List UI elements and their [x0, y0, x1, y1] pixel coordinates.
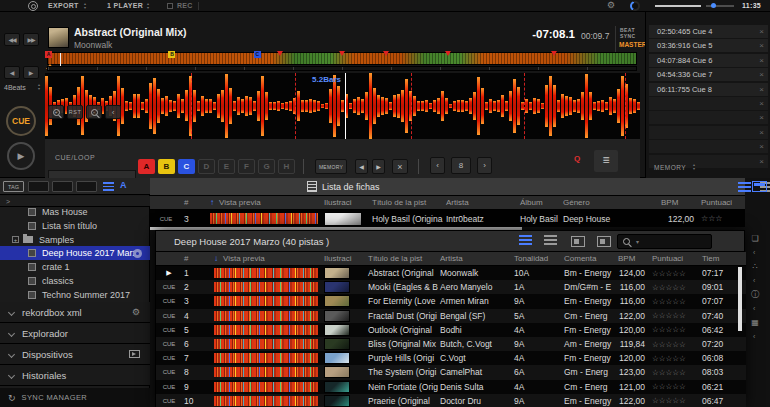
hot-cue-button-A[interactable]: A	[138, 159, 155, 174]
col-number[interactable]: #	[182, 254, 212, 263]
sidebar-section-rekordbox-xml[interactable]: rekordbox xml⚙	[0, 302, 150, 323]
zoom-in-button[interactable]: +	[48, 105, 64, 119]
sidebar-item-classics[interactable]: classics	[0, 274, 150, 288]
beat-jump-forward-button[interactable]: ▶	[23, 66, 39, 79]
track-next-button[interactable]: ▶▶	[23, 33, 39, 46]
col-rating[interactable]: Puntuaci	[699, 198, 743, 207]
memory-cue-row[interactable]: 04:54:336 Cue 7×	[649, 68, 768, 81]
search-input[interactable]: ▾	[617, 234, 712, 249]
tag-filter-button[interactable]: TAG	[3, 181, 24, 192]
memory-next-button[interactable]: ▶	[372, 159, 385, 174]
col-key[interactable]: Tonalidad	[512, 254, 562, 263]
col-time[interactable]: Tiem	[700, 254, 736, 263]
cue-badge[interactable]: CUE	[156, 298, 182, 304]
track-rating[interactable]: ☆☆☆☆☆	[650, 354, 700, 363]
artwork-panel-icon[interactable]: ▦	[750, 318, 760, 328]
sidebar-section-dispositivos[interactable]: Dispositivos	[0, 344, 150, 365]
zoom-out-button[interactable]: -	[86, 105, 102, 119]
track-row[interactable]: CUE7Purple Hills (OrigiC.Vogt4AFm - Ener…	[156, 351, 746, 365]
track-rating[interactable]: ☆☆☆☆☆	[650, 382, 700, 391]
track-row[interactable]: CUE2Mooki (Eagles & BAero Manyelo1ADm/G#…	[156, 280, 746, 294]
quantize-indicator[interactable]: Q	[574, 154, 580, 163]
delete-cue-icon[interactable]: ×	[759, 155, 764, 168]
memory-button[interactable]: MEMORY	[315, 159, 347, 174]
hot-cue-button-G[interactable]: G	[258, 159, 275, 174]
cue-badge[interactable]: CUE	[156, 313, 182, 319]
hot-cue-button-D[interactable]: D	[198, 159, 215, 174]
collapse-controls-button[interactable]: ‹	[105, 105, 121, 119]
mini-slider-handle[interactable]	[711, 3, 716, 8]
hot-cue-button-E[interactable]: E	[218, 159, 235, 174]
col-comment[interactable]: Comenta	[562, 254, 616, 263]
beat-jump-spinner-icon[interactable]: ▴▾	[36, 83, 42, 92]
beat-jump-back-button[interactable]: ◀	[4, 66, 20, 79]
sidebar-collapse-caret[interactable]: >	[0, 196, 150, 207]
track-overview-waveform[interactable]: ABC	[47, 52, 637, 65]
artwork-panel-expand-icon[interactable]: ‹	[753, 333, 755, 340]
track-rating[interactable]: ☆☆☆☆☆	[650, 311, 700, 320]
track-rating[interactable]: ☆☆☆	[699, 214, 743, 223]
track-row[interactable]: CUE8The System (OrigiCamelPhat6AGm - Ene…	[156, 365, 746, 379]
cue-badge[interactable]: CUE	[156, 369, 182, 375]
track-row[interactable]: CUE9Nein Fortiate (OrigDenis Sulta4ACm -…	[156, 380, 746, 394]
hot-cue-button-B[interactable]: B	[158, 159, 175, 174]
delete-cue-icon[interactable]: ×	[759, 111, 764, 124]
track-previous-button[interactable]: ◀◀	[4, 33, 20, 46]
delete-cue-icon[interactable]: ×	[759, 68, 764, 81]
list-view-toggle-icon[interactable]	[738, 182, 751, 192]
deck-menu-button[interactable]: ≡	[594, 150, 618, 172]
track-rating[interactable]: ☆☆☆☆☆	[650, 283, 700, 292]
playlist-list-view-icon[interactable]	[519, 235, 532, 245]
playlist-status-icon[interactable]	[133, 249, 142, 258]
col-artwork[interactable]: Ilustraci	[322, 198, 370, 207]
cue-badge[interactable]: CUE	[150, 216, 182, 222]
vertical-scrollbar[interactable]	[738, 267, 742, 331]
col-artwork[interactable]: Ilustraci	[322, 254, 366, 263]
memory-delete-button[interactable]: ×	[392, 159, 408, 174]
related-tracks-panel-icon[interactable]: ∴	[750, 262, 760, 272]
track-row[interactable]: CUE 3 Holy Basil (Origina Intr0beatz Hol…	[150, 210, 745, 227]
info-panel-icon[interactable]: ⓘ	[750, 290, 760, 300]
cue-badge[interactable]: CUE	[156, 327, 182, 333]
memory-cue-row[interactable]: 03:36:916 Cue 5×	[649, 39, 768, 52]
sidebar-item-crate-1[interactable]: crate 1	[0, 260, 150, 274]
filter-slot-2[interactable]	[52, 181, 73, 192]
track-rating[interactable]: ☆☆☆☆☆	[650, 340, 700, 349]
crossfader-slider[interactable]	[655, 5, 701, 7]
col-artist[interactable]: Artista	[444, 198, 518, 207]
track-row[interactable]: CUE5Outlook (OriginalBodhi4AFm - Energy1…	[156, 323, 746, 337]
delete-cue-icon[interactable]: ×	[759, 126, 764, 139]
track-row[interactable]: ▶1Abstract (OriginalMoonwalk10ABm - Ener…	[156, 266, 746, 280]
mode-spinner-icon[interactable]: ▴▾	[82, 2, 88, 11]
panel-layout-icon[interactable]	[752, 181, 767, 192]
delete-cue-icon[interactable]: ×	[759, 97, 764, 110]
track-row[interactable]: CUE6Bliss (Original MixButch, C.Vogt9AAm…	[156, 337, 746, 351]
artwork-list-view-icon[interactable]	[597, 236, 611, 247]
track-row[interactable]: CUE4Fractal Dust (OrigiBengal (SF)5ACm -…	[156, 309, 746, 323]
col-preview[interactable]: ↓Vista previa	[212, 254, 322, 263]
col-preview[interactable]: ↑Vista previa	[208, 198, 322, 207]
filter-slot-1[interactable]	[28, 181, 49, 192]
memory-cue-row[interactable]: 06:11:755 Cue 8×	[649, 83, 768, 96]
cue-panel-spinner-icon[interactable]: ▴▾	[691, 163, 697, 172]
search-dropdown-icon[interactable]: ▾	[636, 238, 639, 245]
grid-reset-button[interactable]: RST	[67, 105, 83, 119]
mode-selector[interactable]: EXPORT	[48, 2, 79, 9]
play-button[interactable]: ▶	[7, 142, 35, 170]
tag-panel-icon[interactable]: ❏	[750, 234, 760, 244]
track-rating[interactable]: ☆☆☆☆☆	[650, 396, 700, 405]
delete-cue-icon[interactable]: ×	[759, 140, 764, 153]
player-count-selector[interactable]: 1 PLAYER	[107, 2, 143, 9]
track-rating[interactable]: ☆☆☆☆☆	[650, 325, 700, 334]
cue-badge[interactable]: CUE	[156, 355, 182, 361]
col-bpm[interactable]: BPM	[629, 198, 699, 207]
col-bpm[interactable]: BPM	[616, 254, 650, 263]
playlist-detail-view-icon[interactable]	[544, 235, 557, 245]
expand-icon[interactable]: +	[12, 236, 19, 243]
hot-cue-button-C[interactable]: C	[178, 159, 195, 174]
playing-icon[interactable]: ▶	[156, 269, 182, 277]
bank-next-button[interactable]: ›	[477, 157, 492, 174]
col-album[interactable]: Álbum	[518, 198, 561, 207]
delete-cue-icon[interactable]: ×	[759, 25, 764, 38]
detail-waveform[interactable]: 5.2Bars + RST - ‹	[45, 73, 640, 139]
